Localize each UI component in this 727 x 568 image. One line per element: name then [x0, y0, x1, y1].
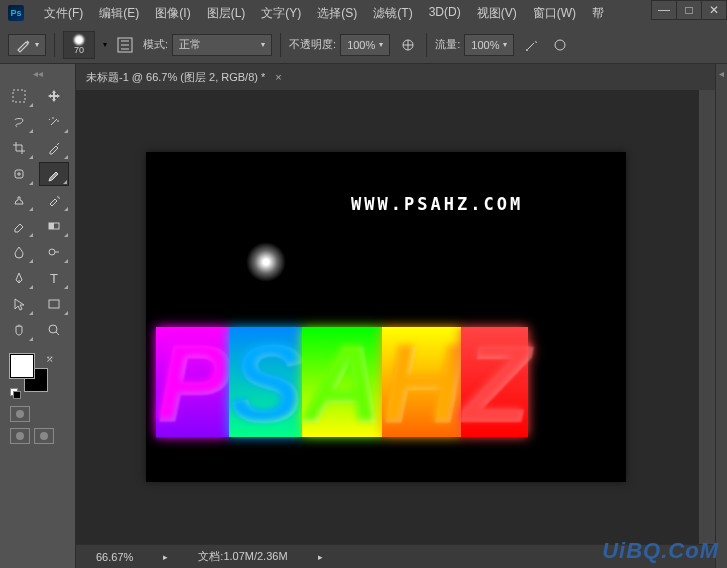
- canvas-viewport[interactable]: WWW.PSAHZ.COM P S A H Z: [76, 90, 715, 544]
- menu-edit[interactable]: 编辑(E): [91, 1, 147, 26]
- brush-size-label: 70: [74, 45, 84, 55]
- brush-panel-toggle[interactable]: [115, 35, 135, 55]
- menu-filter[interactable]: 滤镜(T): [365, 1, 420, 26]
- swap-colors-icon[interactable]: ⤱: [46, 354, 54, 364]
- menu-window[interactable]: 窗口(W): [525, 1, 584, 26]
- letter-a: A: [302, 327, 381, 437]
- chevron-down-icon: ▾: [261, 40, 265, 49]
- gradient-tool[interactable]: [39, 214, 69, 238]
- flow-input[interactable]: 100% ▾: [464, 34, 514, 56]
- blur-tool[interactable]: [4, 240, 34, 264]
- chevron-down-icon[interactable]: ▾: [103, 40, 107, 49]
- svg-point-11: [49, 325, 57, 333]
- screen-mode-icons: [4, 428, 71, 444]
- canvas-text-url: WWW.PSAHZ.COM: [351, 194, 523, 214]
- mode-select[interactable]: 正常 ▾: [172, 34, 272, 56]
- pen-tool[interactable]: [4, 266, 34, 290]
- letter-p: P: [156, 327, 229, 437]
- canvas-area: 未标题-1 @ 66.7% (图层 2, RGB/8) * × WWW.PSAH…: [76, 64, 715, 568]
- brush-preset-picker[interactable]: 70: [63, 31, 95, 59]
- tab-close-icon[interactable]: ×: [275, 71, 281, 83]
- mode-label: 模式:: [143, 37, 168, 52]
- right-panel-collapsed[interactable]: ◂: [715, 64, 727, 568]
- panel-collapse-icon[interactable]: ◂◂: [4, 68, 71, 80]
- pressure-opacity-icon[interactable]: [398, 35, 418, 55]
- eraser-tool[interactable]: [4, 214, 34, 238]
- history-brush-tool[interactable]: [39, 188, 69, 212]
- flow-value: 100%: [471, 39, 499, 51]
- brush-dot-icon: [74, 35, 84, 45]
- svg-point-2: [526, 49, 528, 51]
- menubar: 文件(F) 编辑(E) 图像(I) 图层(L) 文字(Y) 选择(S) 滤镜(T…: [36, 1, 612, 26]
- separator: [426, 33, 427, 57]
- quickmask-icon[interactable]: [10, 428, 30, 444]
- svg-rect-10: [49, 300, 59, 308]
- tool-preset-picker[interactable]: ▾: [8, 34, 46, 56]
- clone-stamp-tool[interactable]: [4, 188, 34, 212]
- flow-label: 流量:: [435, 37, 460, 52]
- separator: [54, 33, 55, 57]
- airbrush-icon[interactable]: [522, 35, 542, 55]
- opacity-input[interactable]: 100% ▾: [340, 34, 390, 56]
- crop-tool[interactable]: [4, 136, 34, 160]
- separator: [280, 33, 281, 57]
- menu-image[interactable]: 图像(I): [147, 1, 198, 26]
- zoom-level[interactable]: 66.67%: [96, 551, 133, 563]
- chevron-down-icon: ▾: [379, 40, 383, 49]
- vertical-scrollbar[interactable]: [699, 90, 715, 544]
- status-arrow-icon[interactable]: ▸: [163, 552, 168, 562]
- menu-file[interactable]: 文件(F): [36, 1, 91, 26]
- close-button[interactable]: ✕: [701, 0, 727, 20]
- app-logo: Ps: [8, 5, 24, 21]
- menu-view[interactable]: 视图(V): [469, 1, 525, 26]
- status-menu-arrow-icon[interactable]: ▸: [318, 552, 323, 562]
- tools-grid: T: [4, 84, 71, 342]
- edit-mode-icons: [4, 406, 71, 422]
- titlebar: Ps 文件(F) 编辑(E) 图像(I) 图层(L) 文字(Y) 选择(S) 滤…: [0, 0, 727, 26]
- svg-rect-4: [13, 90, 25, 102]
- brush-tool[interactable]: [39, 162, 69, 186]
- chevron-down-icon: ▾: [35, 40, 39, 49]
- svg-point-3: [555, 40, 565, 50]
- glow-dot-icon: [246, 242, 286, 282]
- canvas-main-text: P S A H Z: [156, 327, 529, 437]
- marquee-tool[interactable]: [4, 84, 34, 108]
- svg-point-8: [49, 249, 55, 255]
- lasso-tool[interactable]: [4, 110, 34, 134]
- menu-help[interactable]: 帮: [584, 1, 612, 26]
- letter-s: S: [229, 327, 302, 437]
- pressure-size-icon[interactable]: [550, 35, 570, 55]
- workspace: ◂◂ T ⤱: [0, 64, 727, 568]
- hand-tool[interactable]: [4, 318, 34, 342]
- doc-size-label: 文档:: [198, 550, 223, 562]
- magic-wand-tool[interactable]: [39, 110, 69, 134]
- default-colors-icon[interactable]: [10, 388, 20, 398]
- zoom-tool[interactable]: [39, 318, 69, 342]
- menu-select[interactable]: 选择(S): [309, 1, 365, 26]
- maximize-button[interactable]: □: [676, 0, 702, 20]
- standard-mode-icon[interactable]: [10, 406, 30, 422]
- svg-rect-7: [49, 223, 54, 229]
- minimize-button[interactable]: —: [651, 0, 677, 20]
- dodge-tool[interactable]: [39, 240, 69, 264]
- menu-3d[interactable]: 3D(D): [421, 1, 469, 26]
- document-tab[interactable]: 未标题-1 @ 66.7% (图层 2, RGB/8) * ×: [76, 64, 715, 90]
- menu-type[interactable]: 文字(Y): [253, 1, 309, 26]
- watermark: UiBQ.CoM: [602, 538, 719, 564]
- svg-text:T: T: [50, 271, 58, 286]
- letter-h: H: [382, 327, 461, 437]
- screen-mode-icon[interactable]: [34, 428, 54, 444]
- path-selection-tool[interactable]: [4, 292, 34, 316]
- eyedropper-tool[interactable]: [39, 136, 69, 160]
- rectangle-tool[interactable]: [39, 292, 69, 316]
- canvas[interactable]: WWW.PSAHZ.COM P S A H Z: [146, 152, 626, 482]
- tool-panel: ◂◂ T ⤱: [0, 64, 76, 568]
- move-tool[interactable]: [39, 84, 69, 108]
- type-tool[interactable]: T: [39, 266, 69, 290]
- menu-layer[interactable]: 图层(L): [199, 1, 254, 26]
- color-swatches[interactable]: ⤱: [10, 354, 54, 398]
- chevron-down-icon: ▾: [503, 40, 507, 49]
- foreground-color[interactable]: [10, 354, 34, 378]
- opacity-value: 100%: [347, 39, 375, 51]
- healing-brush-tool[interactable]: [4, 162, 34, 186]
